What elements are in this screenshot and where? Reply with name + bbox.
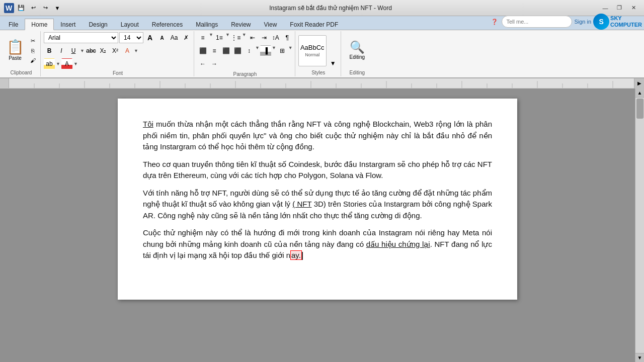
strikethrough-btn[interactable]: abc <box>86 45 97 56</box>
clipboard-content: 📋 Paste ✂ ⎘ 🖌 <box>4 32 38 69</box>
document-scroll[interactable]: Tôi muốn thừa nhận một cách thẳng thắn r… <box>0 88 635 362</box>
bullets-btn[interactable]: ≡ <box>197 32 208 43</box>
redo-quick-btn[interactable]: ↪ <box>40 3 50 13</box>
tab-design[interactable]: Design <box>82 19 114 30</box>
numbering-btn[interactable]: 1≡ <box>214 32 225 43</box>
alignment-row: ⬛ ≡ ⬛ ⬛ ↕ ▼ ▐ ▼ ⊞ ▼ <box>197 45 293 56</box>
decrease-font-btn[interactable]: A <box>156 32 168 43</box>
save-quick-btn[interactable]: 💾 <box>16 3 26 13</box>
window-controls: — ❐ ✕ <box>599 3 640 14</box>
styles-gallery-btn[interactable]: AaBbCc Normal <box>298 35 327 66</box>
paragraph-4: Cuộc thử nghiệm này có thể là hướng đi m… <box>143 227 492 261</box>
word-icon: W <box>4 3 14 13</box>
scroll-thumb[interactable] <box>636 99 643 119</box>
increase-font-btn[interactable]: A <box>144 32 155 43</box>
copy-button[interactable]: ⎘ <box>27 46 38 55</box>
ribbon-toolbar: 📋 Paste ✂ ⎘ 🖌 Clipboard Arial 14 A A <box>0 30 644 78</box>
tab-mailings[interactable]: Mailings <box>189 19 224 30</box>
italic-btn[interactable]: I <box>56 45 67 56</box>
clear-format-btn[interactable]: ✗ <box>181 32 192 43</box>
nft-underline-span: ( NFT <box>292 200 311 208</box>
para1-text: Tôi <box>143 120 153 128</box>
tab-foxit[interactable]: Foxit Reader PDF <box>283 19 345 30</box>
ruler-area: ▶ <box>0 78 644 88</box>
svg-text:W: W <box>6 4 13 12</box>
align-left-btn[interactable]: ⬛ <box>197 45 208 56</box>
ruler <box>9 78 634 88</box>
borders-btn[interactable]: ⊞ <box>277 45 288 56</box>
scroll-track[interactable] <box>635 98 644 353</box>
align-right-btn[interactable]: ⬛ <box>220 45 231 56</box>
editing-button[interactable]: 🔍 Editing <box>344 35 370 66</box>
close-btn[interactable]: ✕ <box>627 3 640 14</box>
minimize-btn[interactable]: — <box>599 3 612 14</box>
tab-review[interactable]: Review <box>224 19 257 30</box>
sign-in-link[interactable]: Sign in <box>574 19 591 25</box>
superscript-btn[interactable]: X² <box>110 45 121 56</box>
ltr-btn[interactable]: ← <box>197 58 208 69</box>
ribbon-right-area: ❓ Sign in S SKYCOMPUTER <box>490 14 642 30</box>
tab-insert[interactable]: Insert <box>54 19 82 30</box>
editing-label: Editing <box>344 69 370 75</box>
shading-btn[interactable]: ▐ <box>260 45 271 56</box>
sort-btn[interactable]: ↕A <box>270 32 281 43</box>
selected-text: ay. <box>290 250 302 260</box>
highlight-arrow[interactable]: ▼ <box>56 61 60 66</box>
tab-home[interactable]: Home <box>25 19 54 30</box>
styles-preview-sub: Normal <box>305 52 319 57</box>
font-color-btn[interactable]: A <box>61 58 72 69</box>
paste-button[interactable]: 📋 Paste <box>4 35 26 66</box>
justify-btn[interactable]: ⬛ <box>232 45 243 56</box>
paragraph-group: ≡ ▼ 1≡ ▼ ⋮≡ ▼ ⇤ ⇥ ↕A ¶ ⬛ ≡ ⬛ ⬛ ↕ ▼ ▐ ▼ ⊞ <box>195 31 295 76</box>
more-quick-btn[interactable]: ▼ <box>52 3 62 13</box>
scroll-down-arrow[interactable]: ▼ <box>635 353 645 362</box>
editing-label-text: Editing <box>349 54 365 60</box>
tell-me-input[interactable] <box>502 16 572 28</box>
align-center-btn[interactable]: ≡ <box>209 45 220 56</box>
line-spacing-btn[interactable]: ↕ <box>244 45 255 56</box>
font-color-arrow[interactable]: ▼ <box>73 61 78 66</box>
tell-me-icon: ❓ <box>490 17 500 27</box>
change-case-btn[interactable]: Aa <box>169 32 180 43</box>
rtl-btn[interactable]: → <box>209 58 220 69</box>
underline-btn[interactable]: U <box>68 45 79 56</box>
increase-indent-btn[interactable]: ⇥ <box>259 32 270 43</box>
undo-quick-btn[interactable]: ↩ <box>28 3 38 13</box>
title-bar-left: W 💾 ↩ ↪ ▼ <box>4 3 62 13</box>
font-format-row: B I U ▼ abc X₂ X² A ▼ <box>44 45 138 56</box>
decrease-indent-btn[interactable]: ⇤ <box>247 32 258 43</box>
ruler-scroll-right[interactable]: ▶ <box>634 78 644 88</box>
styles-preview: AaBbCc <box>300 44 325 51</box>
tab-file[interactable]: File <box>2 19 25 30</box>
multilevel-btn[interactable]: ⋮≡ <box>230 32 242 43</box>
styles-content: AaBbCc Normal ▼ <box>298 32 339 69</box>
paragraph-2: Theo cơ quan truyền thông tiên kĩ thuật … <box>143 159 492 182</box>
underline-arrow[interactable]: ▼ <box>80 48 85 53</box>
bold-btn[interactable]: B <box>44 45 55 56</box>
text-effects-arrow[interactable]: ▼ <box>134 48 138 53</box>
show-marks-btn[interactable]: ¶ <box>282 32 293 43</box>
format-painter-button[interactable]: 🖌 <box>27 56 38 65</box>
scroll-up-arrow[interactable]: ▲ <box>635 88 645 98</box>
document-page: Tôi muốn thừa nhận một cách thẳng thắn r… <box>118 99 517 300</box>
font-family-select[interactable]: Arial <box>44 32 118 43</box>
text-effects-btn[interactable]: A <box>122 45 133 56</box>
font-color-row: ab ▼ A ▼ <box>44 58 78 69</box>
styles-more-btn[interactable]: ▼ <box>328 58 339 69</box>
sky-logo-circle: S <box>593 14 609 30</box>
paragraph-group-content: ≡ ▼ 1≡ ▼ ⋮≡ ▼ ⇤ ⇥ ↕A ¶ ⬛ ≡ ⬛ ⬛ ↕ ▼ ▐ ▼ ⊞ <box>197 32 293 70</box>
tab-layout[interactable]: Layout <box>114 19 145 30</box>
subscript-btn[interactable]: X₂ <box>98 45 109 56</box>
highlight-btn[interactable]: ab <box>44 58 55 69</box>
vertical-scrollbar[interactable]: ▲ ▼ <box>635 88 644 362</box>
tab-view[interactable]: View <box>258 19 284 30</box>
font-size-select[interactable]: 14 <box>119 32 143 43</box>
editing-content: 🔍 Editing <box>344 32 370 69</box>
font-group: Arial 14 A A Aa ✗ B I U ▼ abc X₂ X² A ▼ <box>42 31 194 76</box>
cut-button[interactable]: ✂ <box>27 37 38 46</box>
restore-btn[interactable]: ❐ <box>613 3 626 14</box>
tab-references[interactable]: References <box>145 19 189 30</box>
document-title: Instagram sẽ bắt đầu thử nghiệm NFT - Wo… <box>62 5 599 12</box>
svg-rect-2 <box>9 78 634 88</box>
paragraph-3: Với tính năng hỗ trợ NFT, người dùng sẽ … <box>143 188 492 222</box>
